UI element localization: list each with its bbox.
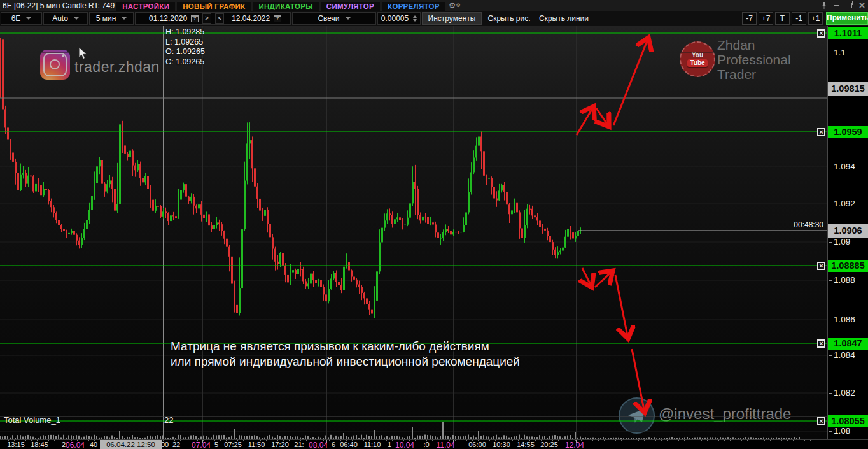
hide-drawings-button[interactable]: Скрыть рис. xyxy=(484,12,534,25)
time-tick xyxy=(220,440,221,441)
minimize-icon[interactable] xyxy=(834,5,839,6)
candle-body xyxy=(478,136,480,145)
menu-item-настройки[interactable]: НАСТРОЙКИ xyxy=(116,2,175,11)
volume-bar xyxy=(379,436,380,439)
time-axis[interactable]: 13:1518:45206.0440002207.04507:2511:5017… xyxy=(0,439,868,449)
candle-body xyxy=(468,192,470,212)
shift-button--7[interactable]: -7 xyxy=(742,12,757,25)
volume-bar xyxy=(758,438,759,439)
volume-bar xyxy=(391,436,393,439)
remove-level-checkbox[interactable]: × xyxy=(817,339,825,348)
volume-bar xyxy=(732,437,734,439)
candle-body xyxy=(325,294,327,301)
price-tick-label: 1.1 xyxy=(829,48,846,58)
shift-button-+7[interactable]: +7 xyxy=(759,12,773,25)
volume-bar xyxy=(389,438,390,439)
volume-bar xyxy=(124,438,125,439)
forecast-arrows[interactable] xyxy=(577,38,648,413)
red-arrow[interactable] xyxy=(596,108,609,127)
shift-button--1[interactable]: -1 xyxy=(792,12,806,25)
volume-bar xyxy=(223,435,225,439)
candle-body xyxy=(534,215,536,217)
shift-button-+1[interactable]: +1 xyxy=(808,12,823,25)
volume-bar xyxy=(231,436,232,439)
volume-bar xyxy=(710,437,711,439)
step-back-button[interactable]: < xyxy=(215,13,224,24)
candle-body xyxy=(292,270,294,272)
remove-level-checkbox[interactable]: × xyxy=(817,262,825,270)
candle-body xyxy=(427,217,429,224)
time-tick xyxy=(661,440,662,441)
candle-body xyxy=(259,199,261,211)
volume-bar xyxy=(76,435,77,439)
candle-body xyxy=(480,136,482,151)
apply-button[interactable]: Применить xyxy=(826,12,868,25)
calendar-icon[interactable]: 7 xyxy=(274,15,281,22)
calendar-icon[interactable]: 7 xyxy=(191,15,199,22)
volume-bar xyxy=(452,435,454,439)
settings-gear-icon[interactable]: ⚙⚙ xyxy=(449,1,461,10)
red-arrow[interactable] xyxy=(613,38,648,125)
volume-bar xyxy=(88,436,90,439)
red-arrow[interactable] xyxy=(615,275,628,339)
candle-body xyxy=(531,209,533,216)
menu-item-симулятор[interactable]: СИМУЛЯТОР xyxy=(321,2,380,11)
volume-bar xyxy=(165,438,166,439)
hide-lines-button[interactable]: Скрыть линии xyxy=(535,12,592,25)
chart-area[interactable]: trader.zhdan You Tube Zhdan Professional… xyxy=(0,26,827,439)
volume-bar xyxy=(704,438,706,439)
red-arrow[interactable] xyxy=(632,349,645,413)
candle-body xyxy=(200,204,202,215)
remove-level-checkbox[interactable]: × xyxy=(817,128,825,136)
symbol-dropdown[interactable]: 6E xyxy=(1,12,42,25)
candle-body xyxy=(445,229,447,232)
chart-type-dropdown[interactable]: Свечи xyxy=(292,12,376,25)
time-tick xyxy=(592,440,593,441)
volume-bar xyxy=(101,438,102,439)
price-step-spinner[interactable]: 0.00005 xyxy=(377,12,421,25)
menu-item-коррелятор[interactable]: КОРРЕЛЯТОР xyxy=(382,2,445,11)
volume-bar xyxy=(684,438,685,439)
volume-bar xyxy=(279,436,281,439)
candle-body xyxy=(27,176,29,184)
volume-bar xyxy=(384,438,385,439)
menu-item-новый-график[interactable]: НОВЫЙ ГРАФИК xyxy=(177,2,251,11)
mode-dropdown[interactable]: Auto xyxy=(43,12,88,25)
timeframe-dropdown[interactable]: 5 мин xyxy=(89,12,134,25)
candle-body xyxy=(2,39,4,109)
volume-bar xyxy=(0,436,1,439)
red-arrow[interactable] xyxy=(577,106,594,135)
remove-level-checkbox[interactable]: × xyxy=(817,417,825,425)
step-forward-button[interactable]: > xyxy=(202,13,211,24)
time-tick xyxy=(558,440,559,441)
restore-icon[interactable] xyxy=(846,3,852,8)
time-tick xyxy=(781,440,782,441)
candle-body xyxy=(17,173,19,190)
volume-bar xyxy=(376,436,377,439)
candle-body xyxy=(147,176,149,189)
date-from-field[interactable]: 01.12.2020 xyxy=(149,14,187,23)
shift-button-T[interactable]: T xyxy=(775,12,790,25)
price-axis[interactable]: 1.11.0941.0921.091.0881.0861.0841.0821.0… xyxy=(827,26,868,449)
red-arrow[interactable] xyxy=(595,271,613,287)
volume-bar xyxy=(328,437,329,439)
price-plot[interactable] xyxy=(0,26,827,439)
menu-item-индикаторы[interactable]: ИНДИКАТОРЫ xyxy=(253,2,318,11)
spinner-arrows-icon[interactable] xyxy=(413,15,417,22)
candle-body xyxy=(386,213,388,220)
remove-level-checkbox[interactable]: × xyxy=(817,29,825,38)
time-tick xyxy=(724,440,725,441)
candle-body xyxy=(374,301,375,314)
volume-bar xyxy=(610,438,612,439)
pin-icon[interactable] xyxy=(821,2,827,10)
date-to-field[interactable]: 12.04.2022 xyxy=(232,14,270,23)
volume-bar xyxy=(274,438,276,439)
red-arrow[interactable] xyxy=(582,268,592,287)
volume-bar xyxy=(361,435,362,439)
candle-body xyxy=(249,140,251,143)
close-icon[interactable]: ✕ xyxy=(858,1,865,10)
timeframe-value: 5 мин xyxy=(96,14,116,23)
candle-body xyxy=(32,176,34,191)
bar-countdown-timer: 00:48:30 xyxy=(729,220,823,229)
tools-button[interactable]: Инструменты xyxy=(422,12,482,25)
